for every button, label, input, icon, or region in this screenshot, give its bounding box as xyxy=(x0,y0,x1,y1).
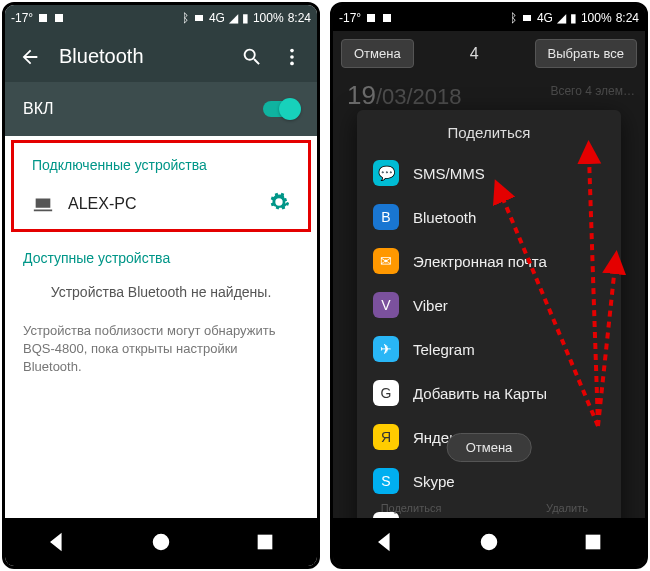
nav-home-icon[interactable] xyxy=(478,531,500,553)
selection-count: 4 xyxy=(422,45,527,63)
battery-icon: ▮ xyxy=(242,11,249,25)
gallery-background: 19/03/2018 Всего 4 элем… Поделиться 💬SMS… xyxy=(333,76,645,518)
bg-share-label: Поделиться xyxy=(333,502,489,514)
share-item-0[interactable]: 💬SMS/MMS xyxy=(357,151,621,195)
section-available: Доступные устройства xyxy=(5,236,317,272)
share-app-icon: 💬 xyxy=(373,160,399,186)
bg-delete-label: Удалить xyxy=(489,502,645,514)
status-icon xyxy=(381,12,393,24)
search-icon[interactable] xyxy=(241,46,263,68)
phone-left: -17° ᛒ 4G ◢ ▮ 100% 8:24 Bluetooth ВКЛ По… xyxy=(2,2,320,569)
svg-rect-6 xyxy=(259,536,272,549)
bluetooth-icon: ᛒ xyxy=(510,11,517,25)
share-item-label: Электронная почта xyxy=(413,253,547,270)
phone-right: -17° ᛒ 4G ◢ ▮ 100% 8:24 Отмена 4 Выбрать… xyxy=(330,2,648,569)
gear-icon xyxy=(268,191,290,213)
settings-header: Bluetooth xyxy=(5,31,317,82)
vibrate-icon xyxy=(521,12,533,24)
vibrate-icon xyxy=(193,12,205,24)
share-app-icon: B xyxy=(373,204,399,230)
share-app-icon: V xyxy=(373,292,399,318)
share-item-7[interactable]: SSkype xyxy=(357,459,621,503)
status-net: 4G xyxy=(209,11,225,25)
status-net: 4G xyxy=(537,11,553,25)
select-all-button[interactable]: Выбрать все xyxy=(535,39,637,68)
bg-date: 19/03/2018 xyxy=(347,80,462,111)
navigation-bar xyxy=(333,518,645,566)
svg-rect-1 xyxy=(55,14,63,22)
overflow-icon[interactable] xyxy=(281,46,303,68)
share-item-label: Viber xyxy=(413,297,448,314)
share-item-3[interactable]: VViber xyxy=(357,283,621,327)
back-icon[interactable] xyxy=(19,46,41,68)
share-title: Поделиться xyxy=(357,116,621,151)
svg-point-2 xyxy=(290,48,294,52)
status-icon xyxy=(365,12,377,24)
device-name: ALEX-PC xyxy=(68,195,254,213)
share-item-label: Telegram xyxy=(413,341,475,358)
bluetooth-icon: ᛒ xyxy=(182,11,189,25)
status-time: 8:24 xyxy=(288,11,311,25)
selection-toolbar: Отмена 4 Выбрать все xyxy=(333,31,645,76)
signal-icon: ◢ xyxy=(229,11,238,25)
nav-home-icon[interactable] xyxy=(150,531,172,553)
share-app-icon: ✈ xyxy=(373,336,399,362)
status-bar: -17° ᛒ 4G ◢ ▮ 100% 8:24 xyxy=(5,5,317,31)
share-item-1[interactable]: BBluetooth xyxy=(357,195,621,239)
connected-devices-highlight: Подключенные устройства ALEX-PC xyxy=(11,140,311,232)
nav-back-icon[interactable] xyxy=(46,531,68,553)
svg-rect-13 xyxy=(587,536,600,549)
battery-icon: ▮ xyxy=(570,11,577,25)
share-item-label: Bluetooth xyxy=(413,209,476,226)
paired-device-row[interactable]: ALEX-PC xyxy=(14,179,308,229)
svg-rect-7 xyxy=(367,14,375,22)
status-time: 8:24 xyxy=(616,11,639,25)
share-item-label: Добавить на Карты xyxy=(413,385,547,402)
svg-rect-8 xyxy=(383,14,391,22)
status-temp: -17° xyxy=(339,11,361,25)
bg-total: Всего 4 элем… xyxy=(550,84,635,98)
toggle-label: ВКЛ xyxy=(23,100,54,118)
section-connected: Подключенные устройства xyxy=(14,143,308,179)
page-title: Bluetooth xyxy=(59,45,223,68)
status-icon xyxy=(53,12,65,24)
share-item-label: Яндекс.Диск xyxy=(413,517,500,519)
bg-bottom-actions: Поделиться Удалить xyxy=(333,502,645,514)
status-bar: -17° ᛒ 4G ◢ ▮ 100% 8:24 xyxy=(333,5,645,31)
toggle-switch[interactable] xyxy=(263,101,299,117)
share-app-icon: G xyxy=(373,380,399,406)
svg-point-12 xyxy=(482,535,497,550)
share-item-2[interactable]: ✉Электронная почта xyxy=(357,239,621,283)
status-temp: -17° xyxy=(11,11,33,25)
status-battery: 100% xyxy=(581,11,612,25)
share-app-icon: ✉ xyxy=(373,248,399,274)
nav-recent-icon[interactable] xyxy=(254,531,276,553)
svg-rect-0 xyxy=(39,14,47,22)
status-icon xyxy=(37,12,49,24)
status-battery: 100% xyxy=(253,11,284,25)
signal-icon: ◢ xyxy=(557,11,566,25)
nav-recent-icon[interactable] xyxy=(582,531,604,553)
svg-point-4 xyxy=(290,61,294,65)
visibility-hint: Устройства поблизости могут обнаружить B… xyxy=(5,312,317,387)
share-item-label: Skype xyxy=(413,473,455,490)
svg-point-3 xyxy=(290,55,294,59)
share-app-icon: S xyxy=(373,468,399,494)
share-item-5[interactable]: GДобавить на Карты xyxy=(357,371,621,415)
laptop-icon xyxy=(32,193,54,215)
share-app-icon: Я xyxy=(373,424,399,450)
share-item-label: SMS/MMS xyxy=(413,165,485,182)
share-item-4[interactable]: ✈Telegram xyxy=(357,327,621,371)
cancel-button[interactable]: Отмена xyxy=(341,39,414,68)
bluetooth-toggle-row[interactable]: ВКЛ xyxy=(5,82,317,136)
svg-point-5 xyxy=(154,535,169,550)
navigation-bar xyxy=(5,518,317,566)
cancel-pill-button[interactable]: Отмена xyxy=(447,433,532,462)
nav-back-icon[interactable] xyxy=(374,531,396,553)
not-found-text: Устройства Bluetooth не найдены. xyxy=(5,272,317,312)
device-settings-button[interactable] xyxy=(268,191,290,217)
